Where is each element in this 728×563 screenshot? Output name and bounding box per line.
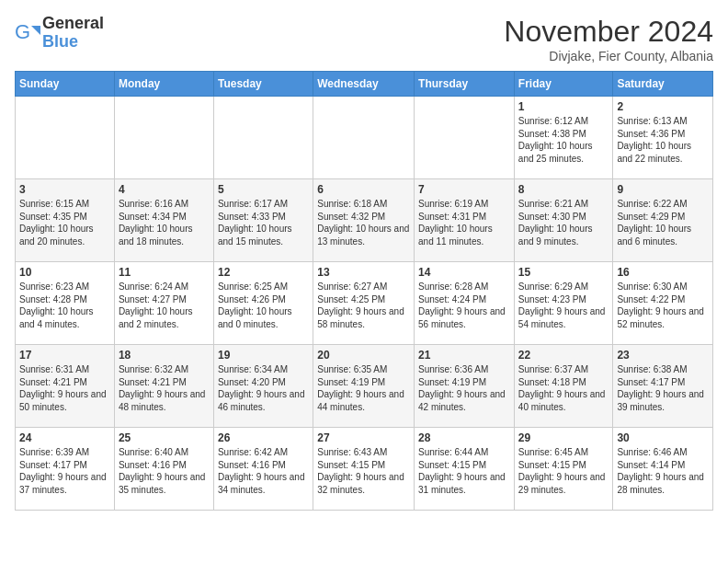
day-info: Sunrise: 6:36 AM Sunset: 4:19 PM Dayligh…	[418, 363, 510, 413]
day-info: Sunrise: 6:38 AM Sunset: 4:17 PM Dayligh…	[617, 363, 709, 413]
weekday-header-thursday: Thursday	[415, 72, 515, 97]
calendar-cell: 12Sunrise: 6:25 AM Sunset: 4:26 PM Dayli…	[213, 262, 313, 345]
day-info: Sunrise: 6:30 AM Sunset: 4:22 PM Dayligh…	[617, 281, 709, 330]
day-number: 12	[218, 266, 309, 279]
weekday-header-row: SundayMondayTuesdayWednesdayThursdayFrid…	[16, 72, 713, 97]
day-info: Sunrise: 6:28 AM Sunset: 4:24 PM Dayligh…	[418, 281, 510, 330]
calendar-header: SundayMondayTuesdayWednesdayThursdayFrid…	[16, 72, 713, 97]
day-info: Sunrise: 6:29 AM Sunset: 4:23 PM Dayligh…	[518, 281, 609, 330]
day-number: 18	[119, 349, 210, 362]
day-info: Sunrise: 6:34 AM Sunset: 4:20 PM Dayligh…	[218, 363, 309, 413]
day-number: 11	[119, 266, 210, 279]
day-number: 14	[418, 266, 510, 279]
calendar-week-row: 3Sunrise: 6:15 AM Sunset: 4:35 PM Daylig…	[16, 179, 713, 262]
day-number: 13	[317, 266, 410, 279]
calendar-cell: 29Sunrise: 6:45 AM Sunset: 4:15 PM Dayli…	[514, 428, 613, 511]
day-number: 5	[218, 183, 309, 196]
day-number: 22	[518, 349, 609, 362]
weekday-header-wednesday: Wednesday	[313, 72, 415, 97]
calendar-cell: 4Sunrise: 6:16 AM Sunset: 4:34 PM Daylig…	[114, 179, 213, 262]
calendar-table: SundayMondayTuesdayWednesdayThursdayFrid…	[15, 71, 713, 511]
weekday-header-monday: Monday	[114, 72, 213, 97]
calendar-cell: 13Sunrise: 6:27 AM Sunset: 4:25 PM Dayli…	[313, 262, 415, 345]
calendar-cell: 15Sunrise: 6:29 AM Sunset: 4:23 PM Dayli…	[514, 262, 613, 345]
day-info: Sunrise: 6:27 AM Sunset: 4:25 PM Dayligh…	[317, 281, 410, 330]
day-number: 4	[119, 183, 210, 196]
weekday-header-friday: Friday	[514, 72, 613, 97]
calendar-cell: 11Sunrise: 6:24 AM Sunset: 4:27 PM Dayli…	[114, 262, 213, 345]
month-title: November 2024	[504, 15, 713, 49]
day-number: 20	[317, 349, 410, 362]
calendar-cell: 22Sunrise: 6:37 AM Sunset: 4:18 PM Dayli…	[514, 345, 613, 428]
day-info: Sunrise: 6:21 AM Sunset: 4:30 PM Dayligh…	[518, 198, 609, 247]
calendar-cell: 14Sunrise: 6:28 AM Sunset: 4:24 PM Dayli…	[415, 262, 515, 345]
day-info: Sunrise: 6:43 AM Sunset: 4:15 PM Dayligh…	[317, 446, 410, 496]
calendar-cell: 23Sunrise: 6:38 AM Sunset: 4:17 PM Dayli…	[613, 345, 713, 428]
calendar-cell: 1Sunrise: 6:12 AM Sunset: 4:38 PM Daylig…	[514, 97, 613, 179]
day-info: Sunrise: 6:44 AM Sunset: 4:15 PM Dayligh…	[418, 446, 510, 496]
title-area: November 2024 Divjake, Fier County, Alba…	[504, 15, 713, 63]
day-number: 28	[418, 431, 510, 444]
day-info: Sunrise: 6:12 AM Sunset: 4:38 PM Dayligh…	[518, 115, 609, 165]
calendar-cell: 2Sunrise: 6:13 AM Sunset: 4:36 PM Daylig…	[613, 97, 713, 179]
page-header: G General Blue November 2024 Divjake, Fi…	[15, 15, 713, 63]
day-info: Sunrise: 6:13 AM Sunset: 4:36 PM Dayligh…	[617, 115, 709, 165]
day-info: Sunrise: 6:37 AM Sunset: 4:18 PM Dayligh…	[518, 363, 609, 413]
day-info: Sunrise: 6:35 AM Sunset: 4:19 PM Dayligh…	[317, 363, 410, 413]
calendar-cell: 26Sunrise: 6:42 AM Sunset: 4:16 PM Dayli…	[213, 428, 313, 511]
day-number: 6	[317, 183, 410, 196]
calendar-cell	[313, 97, 415, 179]
day-number: 10	[19, 266, 110, 279]
day-info: Sunrise: 6:19 AM Sunset: 4:31 PM Dayligh…	[418, 198, 510, 247]
day-info: Sunrise: 6:45 AM Sunset: 4:15 PM Dayligh…	[518, 446, 609, 496]
day-info: Sunrise: 6:40 AM Sunset: 4:16 PM Dayligh…	[119, 446, 210, 496]
day-number: 25	[119, 431, 210, 444]
calendar-cell: 30Sunrise: 6:46 AM Sunset: 4:14 PM Dayli…	[613, 428, 713, 511]
calendar-cell: 9Sunrise: 6:22 AM Sunset: 4:29 PM Daylig…	[613, 179, 713, 262]
day-info: Sunrise: 6:22 AM Sunset: 4:29 PM Dayligh…	[617, 198, 709, 247]
calendar-cell: 7Sunrise: 6:19 AM Sunset: 4:31 PM Daylig…	[415, 179, 515, 262]
calendar-cell: 24Sunrise: 6:39 AM Sunset: 4:17 PM Dayli…	[16, 428, 115, 511]
calendar-cell: 25Sunrise: 6:40 AM Sunset: 4:16 PM Dayli…	[114, 428, 213, 511]
day-info: Sunrise: 6:16 AM Sunset: 4:34 PM Dayligh…	[119, 198, 210, 247]
day-number: 17	[19, 349, 110, 362]
day-number: 21	[418, 349, 510, 362]
day-number: 2	[617, 100, 709, 113]
day-info: Sunrise: 6:32 AM Sunset: 4:21 PM Dayligh…	[119, 363, 210, 413]
weekday-header-tuesday: Tuesday	[213, 72, 313, 97]
calendar-cell: 5Sunrise: 6:17 AM Sunset: 4:33 PM Daylig…	[213, 179, 313, 262]
day-number: 29	[518, 431, 609, 444]
day-number: 30	[617, 431, 709, 444]
calendar-cell: 16Sunrise: 6:30 AM Sunset: 4:22 PM Dayli…	[613, 262, 713, 345]
day-number: 23	[617, 349, 709, 362]
day-info: Sunrise: 6:42 AM Sunset: 4:16 PM Dayligh…	[218, 446, 309, 496]
calendar-cell: 8Sunrise: 6:21 AM Sunset: 4:30 PM Daylig…	[514, 179, 613, 262]
weekday-header-sunday: Sunday	[16, 72, 115, 97]
location-subtitle: Divjake, Fier County, Albania	[504, 49, 713, 63]
calendar-cell	[213, 97, 313, 179]
day-info: Sunrise: 6:46 AM Sunset: 4:14 PM Dayligh…	[617, 446, 709, 496]
day-number: 26	[218, 431, 309, 444]
logo-icon: G	[15, 20, 40, 46]
day-info: Sunrise: 6:24 AM Sunset: 4:27 PM Dayligh…	[119, 281, 210, 330]
calendar-week-row: 24Sunrise: 6:39 AM Sunset: 4:17 PM Dayli…	[16, 428, 713, 511]
logo-blue-text: Blue	[42, 33, 104, 52]
day-number: 24	[19, 431, 110, 444]
day-number: 9	[617, 183, 709, 196]
calendar-cell: 20Sunrise: 6:35 AM Sunset: 4:19 PM Dayli…	[313, 345, 415, 428]
calendar-cell: 17Sunrise: 6:31 AM Sunset: 4:21 PM Dayli…	[16, 345, 115, 428]
calendar-week-row: 10Sunrise: 6:23 AM Sunset: 4:28 PM Dayli…	[16, 262, 713, 345]
day-number: 1	[518, 100, 609, 113]
calendar-cell: 27Sunrise: 6:43 AM Sunset: 4:15 PM Dayli…	[313, 428, 415, 511]
calendar-week-row: 1Sunrise: 6:12 AM Sunset: 4:38 PM Daylig…	[16, 97, 713, 179]
calendar-cell: 3Sunrise: 6:15 AM Sunset: 4:35 PM Daylig…	[16, 179, 115, 262]
day-info: Sunrise: 6:25 AM Sunset: 4:26 PM Dayligh…	[218, 281, 309, 330]
day-number: 8	[518, 183, 609, 196]
day-info: Sunrise: 6:39 AM Sunset: 4:17 PM Dayligh…	[19, 446, 110, 496]
logo: G General Blue	[15, 15, 104, 52]
calendar-cell: 18Sunrise: 6:32 AM Sunset: 4:21 PM Dayli…	[114, 345, 213, 428]
day-info: Sunrise: 6:18 AM Sunset: 4:32 PM Dayligh…	[317, 198, 410, 247]
day-number: 15	[518, 266, 609, 279]
calendar-cell: 19Sunrise: 6:34 AM Sunset: 4:20 PM Dayli…	[213, 345, 313, 428]
day-number: 19	[218, 349, 309, 362]
